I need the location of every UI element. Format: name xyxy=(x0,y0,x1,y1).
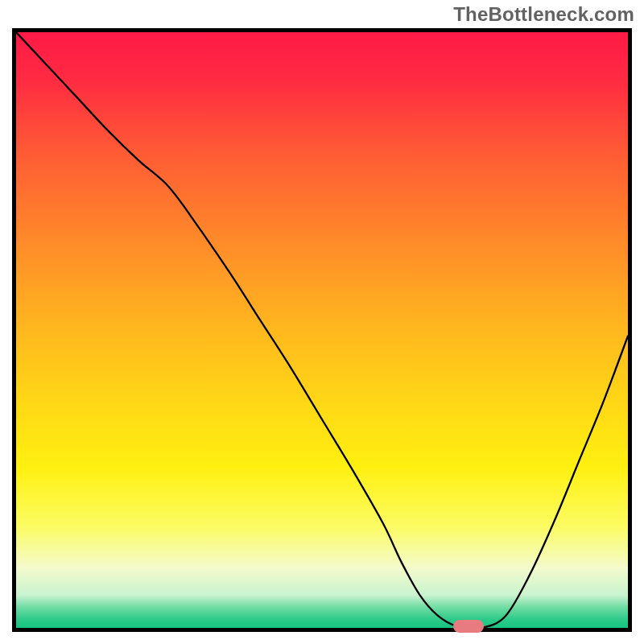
chart-curve-layer xyxy=(16,32,628,628)
optimal-point-marker xyxy=(453,620,484,633)
chart-frame xyxy=(12,28,632,632)
watermark-text: TheBottleneck.com xyxy=(453,3,634,26)
bottleneck-curve xyxy=(16,32,628,628)
